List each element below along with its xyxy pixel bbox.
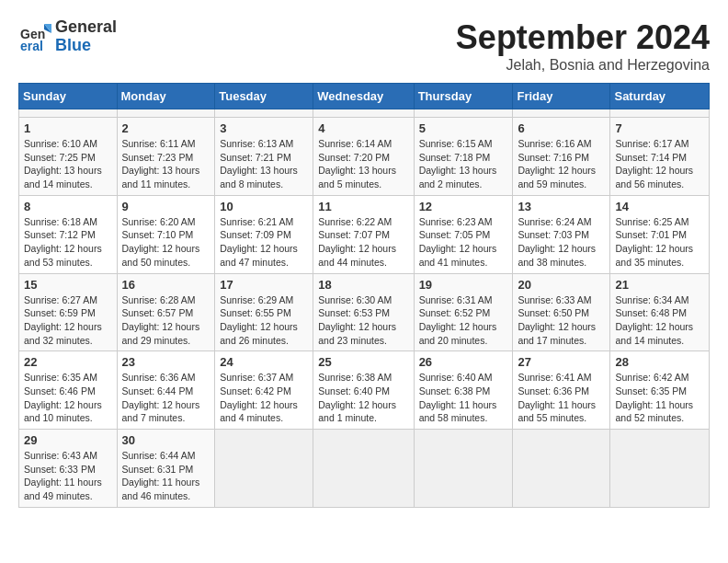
table-row: 17Sunrise: 6:29 AMSunset: 6:55 PMDayligh… [215, 273, 313, 351]
day-info: Sunrise: 6:37 AMSunset: 6:42 PMDaylight:… [220, 371, 308, 425]
logo-general-text: General [55, 18, 117, 37]
day-info: Sunrise: 6:44 AMSunset: 6:31 PMDaylight:… [122, 449, 210, 503]
table-row: 11Sunrise: 6:22 AMSunset: 7:07 PMDayligh… [313, 195, 414, 273]
table-row: 6Sunrise: 6:16 AMSunset: 7:16 PMDaylight… [513, 118, 610, 196]
table-row [513, 430, 610, 508]
table-row: 8Sunrise: 6:18 AMSunset: 7:12 PMDaylight… [19, 195, 118, 273]
day-number: 23 [122, 355, 210, 369]
table-row: 30Sunrise: 6:44 AMSunset: 6:31 PMDayligh… [117, 430, 215, 508]
table-row: 14Sunrise: 6:25 AMSunset: 7:01 PMDayligh… [610, 195, 710, 273]
day-info: Sunrise: 6:40 AMSunset: 6:38 PMDaylight:… [419, 371, 508, 425]
table-row [610, 430, 710, 508]
day-number: 26 [419, 355, 508, 369]
day-number: 19 [419, 278, 508, 292]
day-number: 7 [615, 121, 704, 135]
day-info: Sunrise: 6:10 AMSunset: 7:25 PMDaylight:… [24, 137, 112, 191]
day-number: 24 [220, 355, 308, 369]
day-number: 22 [24, 355, 112, 369]
table-row: 4Sunrise: 6:14 AMSunset: 7:20 PMDaylight… [313, 118, 414, 196]
page-header: Gen eral General Blue September 2024 Jel… [18, 18, 710, 74]
col-saturday: Saturday [610, 84, 710, 109]
day-info: Sunrise: 6:13 AMSunset: 7:21 PMDaylight:… [220, 137, 308, 191]
day-info: Sunrise: 6:22 AMSunset: 7:07 PMDaylight:… [318, 215, 408, 270]
day-number: 16 [122, 278, 210, 292]
day-number: 12 [419, 200, 508, 213]
location: Jelah, Bosnia and Herzegovina [456, 57, 710, 74]
table-row [117, 109, 215, 118]
day-info: Sunrise: 6:41 AMSunset: 6:36 PMDaylight:… [518, 371, 605, 425]
day-info: Sunrise: 6:15 AMSunset: 7:18 PMDaylight:… [419, 137, 508, 191]
month-title: September 2024 [456, 18, 710, 57]
table-row: 27Sunrise: 6:41 AMSunset: 6:36 PMDayligh… [513, 351, 610, 430]
day-number: 28 [615, 355, 704, 369]
col-wednesday: Wednesday [313, 84, 414, 109]
table-row [313, 109, 414, 118]
day-info: Sunrise: 6:23 AMSunset: 7:05 PMDaylight:… [419, 215, 508, 270]
col-friday: Friday [513, 84, 610, 109]
calendar-week-row: 8Sunrise: 6:18 AMSunset: 7:12 PMDaylight… [19, 195, 710, 273]
calendar-table: Sunday Monday Tuesday Wednesday Thursday… [18, 83, 710, 508]
calendar-week-row: 1Sunrise: 6:10 AMSunset: 7:25 PMDaylight… [19, 118, 710, 196]
col-tuesday: Tuesday [215, 84, 313, 109]
day-info: Sunrise: 6:30 AMSunset: 6:53 PMDaylight:… [318, 293, 408, 348]
table-row: 2Sunrise: 6:11 AMSunset: 7:23 PMDaylight… [117, 118, 215, 196]
table-row: 18Sunrise: 6:30 AMSunset: 6:53 PMDayligh… [313, 273, 414, 351]
day-info: Sunrise: 6:20 AMSunset: 7:10 PMDaylight:… [122, 215, 210, 270]
calendar-header-row: Sunday Monday Tuesday Wednesday Thursday… [19, 84, 710, 109]
table-row: 13Sunrise: 6:24 AMSunset: 7:03 PMDayligh… [513, 195, 610, 273]
logo-icon: Gen eral [18, 20, 51, 53]
day-number: 11 [318, 200, 408, 213]
col-monday: Monday [117, 84, 215, 109]
calendar-week-row: 29Sunrise: 6:43 AMSunset: 6:33 PMDayligh… [19, 430, 710, 508]
table-row: 15Sunrise: 6:27 AMSunset: 6:59 PMDayligh… [19, 273, 118, 351]
day-number: 14 [615, 200, 704, 213]
col-thursday: Thursday [414, 84, 513, 109]
table-row [414, 109, 513, 118]
day-number: 3 [220, 121, 308, 135]
day-number: 4 [318, 121, 408, 135]
day-info: Sunrise: 6:35 AMSunset: 6:46 PMDaylight:… [24, 371, 112, 425]
day-number: 6 [518, 121, 605, 135]
day-number: 9 [122, 200, 210, 213]
day-number: 29 [24, 433, 112, 447]
table-row [215, 430, 313, 508]
day-info: Sunrise: 6:29 AMSunset: 6:55 PMDaylight:… [220, 293, 308, 348]
day-number: 1 [24, 121, 112, 135]
day-info: Sunrise: 6:43 AMSunset: 6:33 PMDaylight:… [24, 449, 112, 503]
table-row [215, 109, 313, 118]
day-info: Sunrise: 6:24 AMSunset: 7:03 PMDaylight:… [518, 215, 605, 270]
day-number: 30 [122, 433, 210, 447]
title-area: September 2024 Jelah, Bosnia and Herzego… [456, 18, 710, 74]
table-row: 22Sunrise: 6:35 AMSunset: 6:46 PMDayligh… [19, 351, 118, 430]
table-row: 9Sunrise: 6:20 AMSunset: 7:10 PMDaylight… [117, 195, 215, 273]
table-row: 3Sunrise: 6:13 AMSunset: 7:21 PMDaylight… [215, 118, 313, 196]
day-number: 2 [122, 121, 210, 135]
table-row: 19Sunrise: 6:31 AMSunset: 6:52 PMDayligh… [414, 273, 513, 351]
calendar-week-row: 22Sunrise: 6:35 AMSunset: 6:46 PMDayligh… [19, 351, 710, 430]
day-number: 25 [318, 355, 408, 369]
table-row: 21Sunrise: 6:34 AMSunset: 6:48 PMDayligh… [610, 273, 710, 351]
day-number: 18 [318, 278, 408, 292]
table-row: 1Sunrise: 6:10 AMSunset: 7:25 PMDaylight… [19, 118, 118, 196]
table-row: 10Sunrise: 6:21 AMSunset: 7:09 PMDayligh… [215, 195, 313, 273]
day-number: 15 [24, 278, 112, 292]
day-info: Sunrise: 6:14 AMSunset: 7:20 PMDaylight:… [318, 137, 408, 191]
table-row: 7Sunrise: 6:17 AMSunset: 7:14 PMDaylight… [610, 118, 710, 196]
day-info: Sunrise: 6:38 AMSunset: 6:40 PMDaylight:… [318, 371, 408, 425]
col-sunday: Sunday [19, 84, 118, 109]
table-row: 20Sunrise: 6:33 AMSunset: 6:50 PMDayligh… [513, 273, 610, 351]
day-info: Sunrise: 6:11 AMSunset: 7:23 PMDaylight:… [122, 137, 210, 191]
logo-blue-text: Blue [55, 37, 117, 55]
table-row: 26Sunrise: 6:40 AMSunset: 6:38 PMDayligh… [414, 351, 513, 430]
day-number: 27 [518, 355, 605, 369]
day-info: Sunrise: 6:16 AMSunset: 7:16 PMDaylight:… [518, 137, 605, 191]
table-row: 29Sunrise: 6:43 AMSunset: 6:33 PMDayligh… [19, 430, 118, 508]
day-number: 20 [518, 278, 605, 292]
day-info: Sunrise: 6:34 AMSunset: 6:48 PMDaylight:… [615, 293, 704, 348]
table-row: 12Sunrise: 6:23 AMSunset: 7:05 PMDayligh… [414, 195, 513, 273]
day-info: Sunrise: 6:17 AMSunset: 7:14 PMDaylight:… [615, 137, 704, 191]
day-number: 8 [24, 200, 112, 213]
table-row: 5Sunrise: 6:15 AMSunset: 7:18 PMDaylight… [414, 118, 513, 196]
day-info: Sunrise: 6:28 AMSunset: 6:57 PMDaylight:… [122, 293, 210, 348]
table-row [414, 430, 513, 508]
